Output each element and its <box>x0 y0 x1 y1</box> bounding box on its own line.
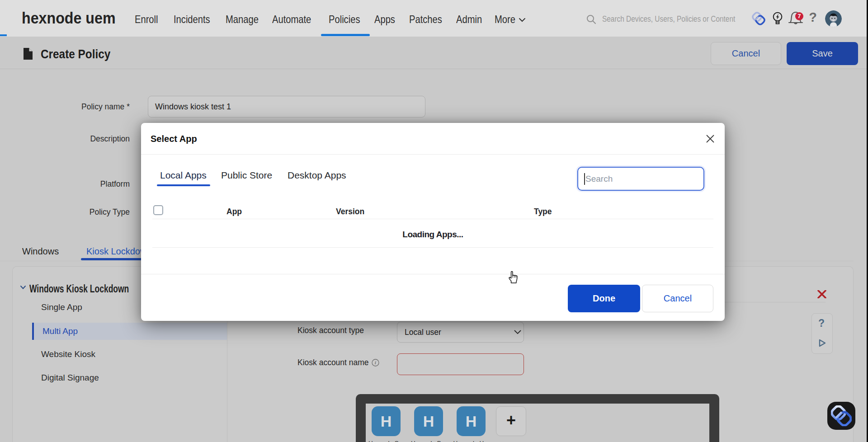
svg-text:i: i <box>375 360 376 365</box>
svg-text:?: ? <box>809 11 817 24</box>
